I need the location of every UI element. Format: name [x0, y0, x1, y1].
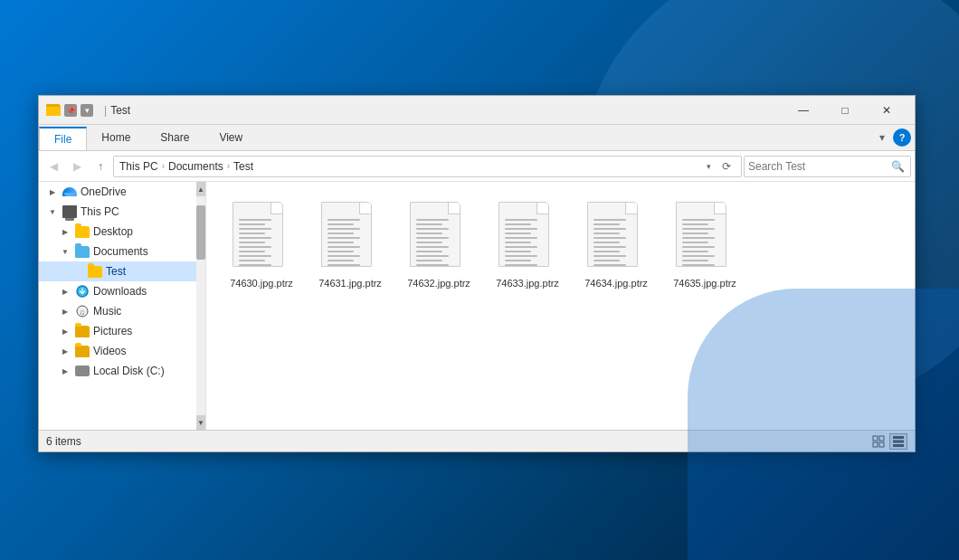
tab-file[interactable]: File	[39, 127, 87, 150]
tab-home[interactable]: Home	[87, 125, 146, 150]
scroll-thumb[interactable]	[196, 205, 205, 260]
status-bar: 6 items	[39, 430, 915, 451]
title-bar-icons: 📌 ▾	[46, 104, 93, 117]
address-dropdown-icon[interactable]: ▾	[701, 157, 716, 176]
expand-arrow-onedrive[interactable]: ▶	[46, 185, 59, 198]
file-explorer-window: 📌 ▾ | Test — □ ✕ File Home Share View ▾ …	[38, 95, 916, 452]
breadcrumb-documents[interactable]: Documents	[168, 160, 223, 173]
music-icon: ♫	[75, 304, 90, 318]
drive-icon	[75, 364, 90, 378]
sidebar: ▶ OneDrive ▼ This PC ▶	[39, 182, 196, 430]
svg-rect-4	[879, 436, 884, 441]
sidebar-item-onedrive[interactable]: ▶ OneDrive	[39, 182, 196, 202]
svg-rect-6	[879, 442, 884, 447]
up-button[interactable]: ↑	[90, 156, 111, 177]
pin-icon[interactable]: 📌	[64, 104, 77, 117]
sidebar-item-music[interactable]: ▶ ♫ Music	[39, 301, 196, 321]
file-grid: 74630.jpg.ptrz	[214, 189, 907, 301]
expand-arrow-documents[interactable]: ▼	[59, 245, 71, 258]
window-title: Test	[110, 104, 783, 117]
file-item-1[interactable]: 74631.jpg.ptrz	[309, 196, 391, 294]
sidebar-label-downloads: Downloads	[93, 285, 147, 298]
close-button[interactable]: ✕	[866, 96, 907, 125]
sidebar-label-pictures: Pictures	[93, 325, 132, 337]
sidebar-item-desktop[interactable]: ▶ Desktop	[39, 222, 196, 242]
list-view-button[interactable]	[889, 433, 907, 450]
file-icon-2	[410, 202, 468, 274]
file-name-1: 74631.jpg.ptrz	[318, 278, 382, 289]
tiles-view-button[interactable]	[869, 433, 888, 450]
file-icon-0	[233, 202, 290, 274]
svg-rect-7	[893, 436, 904, 439]
file-area: 74630.jpg.ptrz	[206, 182, 915, 430]
refresh-button[interactable]: ⟳	[717, 157, 736, 176]
sidebar-item-videos[interactable]: ▶ Videos	[39, 341, 196, 361]
file-page-4	[587, 202, 638, 267]
expand-arrow-desktop[interactable]: ▶	[59, 225, 71, 238]
onedrive-icon	[62, 185, 77, 199]
search-box[interactable]: 🔍	[744, 156, 911, 177]
navigation-bar: ◀ ▶ ↑ This PC › Documents › Test ▾ ⟳ 🔍	[39, 151, 915, 182]
file-item-3[interactable]: 74633.jpg.ptrz	[487, 196, 568, 294]
documents-folder-icon	[75, 244, 90, 259]
svg-rect-5	[873, 442, 878, 447]
file-icon-4	[587, 202, 645, 274]
view-buttons	[869, 433, 907, 450]
sidebar-item-pictures[interactable]: ▶ Pictures	[39, 321, 196, 341]
scroll-up-button[interactable]: ▲	[196, 182, 205, 196]
expand-arrow-local-disk[interactable]: ▶	[59, 365, 71, 377]
sidebar-label-music: Music	[93, 305, 121, 318]
sidebar-label-desktop: Desktop	[93, 225, 133, 238]
window-controls: — □ ✕	[783, 96, 907, 125]
search-icon[interactable]: 🔍	[888, 157, 907, 176]
scroll-down-button[interactable]: ▼	[196, 415, 205, 430]
file-icon-5	[676, 202, 734, 274]
sidebar-label-documents: Documents	[93, 245, 148, 258]
address-bar-end: ▾ ⟳	[701, 157, 736, 176]
file-page-2	[410, 202, 461, 267]
file-page-5	[676, 202, 726, 267]
file-name-3: 74633.jpg.ptrz	[496, 278, 559, 289]
help-button[interactable]: ?	[893, 128, 911, 147]
file-item-5[interactable]: 74635.jpg.ptrz	[664, 196, 745, 294]
expand-arrow-this-pc[interactable]: ▼	[46, 205, 59, 218]
downloads-icon	[75, 284, 90, 299]
maximize-button[interactable]: □	[824, 96, 866, 125]
breadcrumb-test[interactable]: Test	[233, 160, 253, 173]
dropdown-arrow-icon[interactable]: ▾	[81, 104, 93, 117]
tab-view[interactable]: View	[204, 125, 258, 150]
ribbon-chevron-icon[interactable]: ▾	[871, 127, 893, 148]
expand-arrow-test	[71, 265, 84, 278]
address-bar[interactable]: This PC › Documents › Test ▾ ⟳	[113, 156, 742, 177]
file-item-0[interactable]: 74630.jpg.ptrz	[221, 196, 302, 294]
scroll-track[interactable]	[196, 196, 205, 415]
back-button[interactable]: ◀	[43, 156, 64, 177]
pc-icon	[62, 204, 77, 219]
file-page-1	[321, 202, 372, 267]
breadcrumb-this-pc[interactable]: This PC	[119, 160, 158, 173]
sidebar-item-local-disk[interactable]: ▶ Local Disk (C:)	[39, 361, 196, 381]
sidebar-label-local-disk: Local Disk (C:)	[93, 365, 165, 377]
forward-button[interactable]: ▶	[66, 156, 88, 177]
minimize-button[interactable]: —	[783, 96, 824, 125]
file-icon-1	[321, 202, 379, 274]
expand-arrow-pictures[interactable]: ▶	[59, 325, 71, 337]
sidebar-label-this-pc: This PC	[81, 205, 119, 218]
sidebar-scrollbar[interactable]: ▲ ▼	[196, 182, 205, 430]
file-item-4[interactable]: 74634.jpg.ptrz	[575, 196, 657, 294]
sidebar-item-this-pc[interactable]: ▼ This PC	[39, 202, 196, 222]
sidebar-item-downloads[interactable]: ▶ Downloads	[39, 281, 196, 301]
sidebar-item-test[interactable]: Test	[39, 261, 196, 281]
sidebar-item-documents[interactable]: ▼ Documents	[39, 242, 196, 261]
file-name-2: 74632.jpg.ptrz	[407, 278, 470, 289]
tab-share[interactable]: Share	[146, 125, 204, 150]
title-bar: 📌 ▾ | Test — □ ✕	[39, 96, 915, 125]
file-page-0	[233, 202, 283, 267]
expand-arrow-videos[interactable]: ▶	[59, 345, 71, 357]
expand-arrow-music[interactable]: ▶	[59, 305, 71, 318]
folder-icon	[46, 104, 61, 116]
test-folder-icon	[88, 264, 102, 279]
expand-arrow-downloads[interactable]: ▶	[59, 285, 71, 298]
search-input[interactable]	[748, 160, 888, 173]
file-item-2[interactable]: 74632.jpg.ptrz	[398, 196, 480, 294]
